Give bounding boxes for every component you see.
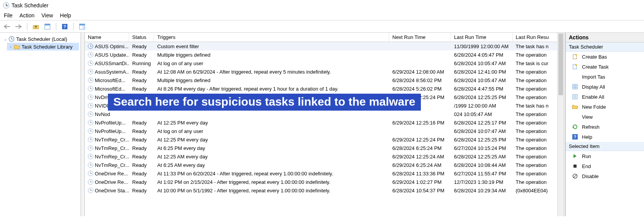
task-icon <box>88 188 93 193</box>
task-result: The task has n <box>513 103 564 109</box>
col-status[interactable]: Status <box>129 33 154 42</box>
col-last-result[interactable]: Last Run Resu <box>513 33 564 42</box>
task-icon <box>88 137 93 142</box>
task-name: MicrosoftEd... <box>95 77 125 83</box>
action-item[interactable]: Create Bas <box>566 52 644 62</box>
action-label: Enable All <box>582 94 604 100</box>
action-item[interactable]: Display All <box>566 82 644 92</box>
table-row[interactable]: NvTmRep_Cr... Ready At 6:25 AM every day… <box>85 161 564 169</box>
action-item[interactable]: Import Tas <box>566 72 644 82</box>
tree-library[interactable]: › Task Scheduler Library <box>7 43 79 50</box>
task-result: The operation <box>513 111 564 117</box>
action-item[interactable]: Disable <box>566 171 644 181</box>
table-row[interactable]: NvProfileUp... Ready At log on of any us… <box>85 127 564 135</box>
col-next-run[interactable]: Next Run Time <box>389 33 451 42</box>
svg-rect-7 <box>82 26 84 29</box>
action-item[interactable]: View <box>566 112 644 122</box>
up-folder-button[interactable] <box>31 22 40 31</box>
col-name[interactable]: Name <box>85 33 129 42</box>
tree-root[interactable]: ⌄ Task Scheduler (Local) <box>2 35 79 43</box>
task-name: NvNod <box>95 111 110 117</box>
menu-help[interactable]: Help <box>60 12 71 19</box>
table-row[interactable]: NvNod 024 10:05:47 AM The operation <box>85 110 564 118</box>
table-row[interactable]: NvTmRep_Cr... Ready At 12:25 PM every da… <box>85 135 564 144</box>
disable-icon <box>572 173 578 179</box>
col-triggers[interactable]: Triggers <box>154 33 389 42</box>
task-icon <box>88 86 93 91</box>
task-last-run: 6/28/2024 4:05:47 PM <box>451 52 513 58</box>
nav-forward-button[interactable] <box>14 22 23 31</box>
menu-action[interactable]: Action <box>20 12 35 19</box>
table-row[interactable]: AsusSystemA... Ready At 12:08 AM on 6/29… <box>85 67 564 76</box>
menu-file[interactable]: File <box>4 12 13 19</box>
table-row[interactable]: ASUS Update... Ready Multiple triggers d… <box>85 50 564 59</box>
task-icon <box>88 120 93 125</box>
action-item[interactable]: ?Help <box>566 132 644 142</box>
action-item[interactable]: Create Task <box>566 62 644 72</box>
clock-icon <box>8 36 15 42</box>
table-row[interactable]: NvProfileUp... Ready At 12:25 PM every d… <box>85 118 564 127</box>
task-next-run: 6/28/2024 6:25:24 PM <box>389 145 451 151</box>
task-icon <box>88 111 93 117</box>
task-status: Ready <box>129 120 154 126</box>
vertical-scrollbar[interactable] <box>557 33 564 216</box>
svg-rect-6 <box>79 24 85 25</box>
nav-back-button[interactable] <box>2 22 12 31</box>
task-status: Ready <box>129 69 154 75</box>
task-trigger: Custom event filter <box>154 44 389 49</box>
help-icon: ? <box>572 134 578 140</box>
table-row[interactable]: ASUS Optimi... Ready Custom event filter… <box>85 42 564 50</box>
toolbar: ? <box>0 20 644 33</box>
table-row[interactable]: OneDrive Sta... Ready At 10:00 PM on 5/1… <box>85 186 564 195</box>
task-icon <box>88 77 93 83</box>
action-item[interactable]: End <box>566 161 644 171</box>
action-item[interactable]: Run <box>566 151 644 161</box>
actions-pane: Actions Task Scheduler Create BasCreate … <box>565 33 644 216</box>
table-row[interactable]: MicrosoftEd... Ready Multiple triggers d… <box>85 76 564 84</box>
action-item[interactable]: Enable All <box>566 92 644 102</box>
task-trigger: At log on of any user <box>154 128 389 134</box>
task-icon <box>88 69 93 74</box>
action-label: New Folde <box>582 104 606 110</box>
help-button[interactable]: ? <box>60 22 69 31</box>
table-row[interactable]: NvTmRep_Cr... Ready At 6:25 PM every day… <box>85 144 564 152</box>
expand-icon[interactable]: › <box>8 45 13 49</box>
table-row[interactable]: OneDrive Re... Ready At 11:33 PM on 6/20… <box>85 169 564 178</box>
action-label: Help <box>582 134 592 140</box>
svg-text:?: ? <box>574 135 577 139</box>
action-item[interactable]: New Folde <box>566 102 644 112</box>
task-icon <box>88 154 93 159</box>
table-row[interactable]: MicrosoftEd... Ready At 8:26 PM every da… <box>85 84 564 93</box>
menu-view[interactable]: View <box>41 12 53 19</box>
task-status: Ready <box>129 145 154 151</box>
scrollbar-thumb[interactable] <box>558 34 563 95</box>
task-status: Ready <box>129 154 154 160</box>
action-item[interactable]: Refresh <box>566 122 644 132</box>
expand-icon[interactable]: ⌄ <box>3 37 8 41</box>
task-last-run: 6/28/2024 10:05:47 AM <box>451 61 513 66</box>
svg-rect-2 <box>45 24 50 25</box>
actions-title: Actions <box>566 33 644 42</box>
table-row[interactable]: OneDrive Re... Ready At 1:02 PM on 2/15/… <box>85 178 564 186</box>
task-last-run: /1999 12:00:00 AM <box>451 103 513 109</box>
task-status: Ready <box>129 128 154 134</box>
window-title: Task Scheduler <box>12 2 49 8</box>
table-row[interactable]: ASUSSmartDi... Running At log on of any … <box>85 59 564 67</box>
show-hide-button[interactable] <box>77 22 87 31</box>
col-last-run[interactable]: Last Run Time <box>451 33 513 42</box>
svg-point-10 <box>575 54 577 56</box>
task-status: Ready <box>129 44 154 49</box>
task-next-run: 6/28/2024 8:56:02 PM <box>389 77 451 83</box>
stop-icon <box>572 163 578 169</box>
task-status: Ready <box>129 179 154 185</box>
task-icon <box>88 94 93 100</box>
task-next-run: 6/29/2024 12:25:24 PM <box>389 137 451 143</box>
action-label: Display All <box>582 84 605 90</box>
task-name: OneDrive Re... <box>95 179 128 185</box>
annotation-overlay: Search here for suspicious tasks linked … <box>108 94 421 111</box>
task-next-run: 6/28/2024 5:26:02 PM <box>389 86 451 92</box>
properties-button[interactable] <box>43 22 52 31</box>
doc-new-icon <box>572 64 578 70</box>
task-last-run: 024 10:05:47 AM <box>451 111 513 117</box>
table-row[interactable]: NvTmRep_Cr... Ready At 12:25 AM every da… <box>85 152 564 161</box>
